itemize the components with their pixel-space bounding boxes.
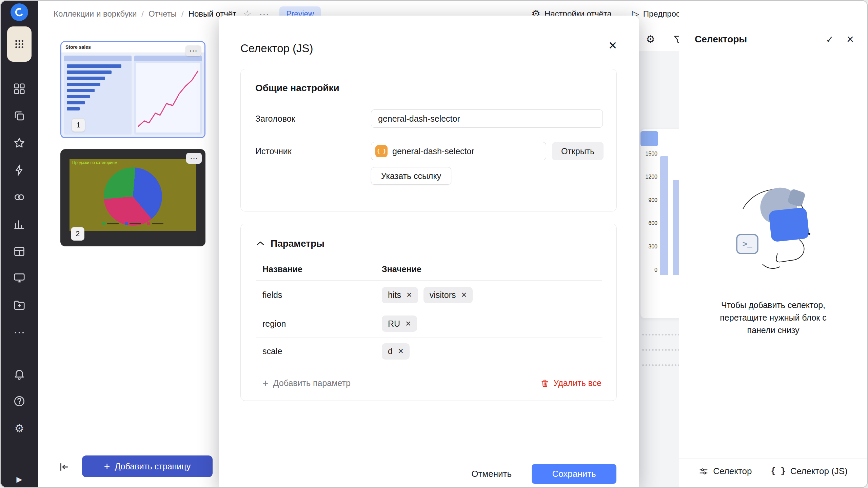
value-chip[interactable]: d ×	[382, 343, 410, 360]
page-number: 1	[76, 121, 80, 129]
breadcrumb-collections[interactable]: Коллекции и воркбуки	[54, 9, 137, 19]
sidebar-play-icon[interactable]: ▶	[17, 475, 22, 484]
value-chip[interactable]: hits ×	[382, 287, 418, 303]
axis-tick: 600	[643, 220, 657, 226]
selector-js-block[interactable]: { } Селектор (JS)	[771, 466, 847, 476]
breadcrumb: Коллекции и воркбуки / Отчеты / Новый от…	[54, 9, 236, 19]
chip-remove-icon[interactable]: ×	[461, 290, 467, 300]
breadcrumb-separator: /	[141, 9, 144, 19]
source-input[interactable]: { } general-dash-selector	[371, 142, 546, 160]
breadcrumb-reports[interactable]: Отчеты	[149, 9, 177, 19]
bar-icon	[673, 180, 679, 275]
sidebar-item-help[interactable]	[12, 394, 27, 409]
selectors-panel-title: Селекторы	[695, 34, 747, 45]
value-chip[interactable]: RU ×	[382, 316, 417, 332]
page-number: 2	[76, 229, 80, 238]
axis-tick: 300	[643, 244, 657, 250]
cancel-button[interactable]: Отменить	[459, 464, 524, 484]
app-switcher[interactable]	[7, 26, 32, 62]
sidebar-item-favorites[interactable]	[12, 136, 27, 150]
parameters-footer: + Добавить параметр Удалить все	[256, 365, 602, 401]
sidebar-item-relations[interactable]	[12, 190, 27, 205]
page-thumbnail-2[interactable]: Продажи по категориям ⋯ 2	[60, 149, 205, 246]
chip-label: visitors	[430, 290, 456, 300]
gear-icon: ⚙	[15, 423, 24, 434]
open-button[interactable]: Открыть	[552, 142, 604, 160]
apply-check-icon[interactable]: ✓	[826, 34, 834, 45]
datalens-logo[interactable]	[11, 3, 28, 21]
chip-remove-icon[interactable]: ×	[398, 347, 403, 356]
thumb1-menu-button[interactable]: ⋯	[185, 45, 201, 56]
delete-all-label: Удалить все	[553, 378, 601, 388]
axis-tick: 0	[643, 267, 657, 273]
ellipsis-icon: ⋯	[14, 326, 25, 338]
selector-js-dialog: Селектор (JS) × Общие настройки Заголово…	[219, 16, 639, 487]
thumb2-menu-button[interactable]: ⋯	[186, 153, 202, 164]
general-settings-heading: Общие настройки	[255, 83, 339, 94]
sidebar-item-connections[interactable]	[12, 163, 27, 178]
line-series-icon	[136, 63, 200, 133]
sidebar-item-dashboards[interactable]	[12, 81, 27, 96]
abstract-shapes-icon: >_	[723, 177, 824, 279]
chip-remove-icon[interactable]: ×	[407, 290, 412, 300]
sidebar-item-monitoring[interactable]	[12, 270, 27, 285]
sidebar-item-more[interactable]: ⋯	[12, 325, 27, 340]
sliders-icon	[699, 467, 708, 476]
selector-blocks-bar: Селектор { } Селектор (JS)	[679, 458, 867, 476]
param-values: RU ×	[382, 316, 417, 332]
thumb1-header: Store sales	[61, 42, 204, 53]
logo-swirl-icon	[14, 6, 25, 18]
star-icon	[13, 137, 26, 149]
drop-placeholder	[642, 349, 679, 351]
lightning-icon	[13, 164, 26, 177]
empty-state-hint: Чтобы добавить селектор, перетащите нужн…	[711, 299, 836, 337]
page-number-badge: 1	[72, 118, 85, 132]
chevron-up-icon[interactable]	[256, 241, 264, 246]
sidebar-item-files[interactable]	[12, 298, 27, 312]
selectors-panel: Селекторы ✓ × >_ Чтобы добавить селектор…	[679, 1, 867, 487]
collapse-panel-button[interactable]	[54, 458, 73, 476]
column-name: Название	[256, 264, 382, 274]
add-page-label: Добавить страницу	[115, 462, 191, 471]
squares-icon	[13, 82, 26, 95]
folder-plus-icon	[13, 299, 26, 311]
thumb1-bars	[64, 61, 132, 114]
chart-widget[interactable]: 1500 1200 900 600 300 0	[640, 129, 679, 319]
add-page-button[interactable]: + Добавить страницу	[82, 455, 213, 477]
sidebar-item-charts[interactable]	[12, 217, 27, 232]
funnel-icon[interactable]	[673, 34, 679, 45]
save-button[interactable]: Сохранить	[532, 464, 616, 484]
sidebar-item-datasets[interactable]	[12, 244, 27, 259]
thumb1-line-plot	[136, 63, 200, 133]
sidebar-item-settings[interactable]: ⚙	[12, 421, 27, 436]
title-input[interactable]	[371, 109, 603, 128]
copy-layers-icon	[13, 109, 26, 122]
param-name: region	[256, 319, 382, 329]
page-number-badge: 2	[71, 227, 84, 241]
sidebar-item-notifications[interactable]	[12, 367, 27, 382]
param-values: d ×	[382, 343, 410, 360]
selector-block[interactable]: Селектор	[699, 466, 752, 476]
value-chip[interactable]: visitors ×	[423, 287, 473, 303]
app-window: ⋯ ⚙ ▶ Коллекции и воркбуки / Отчеты / Но…	[0, 0, 868, 488]
page-thumbnail-1[interactable]: Store sales	[60, 41, 205, 138]
delete-all-button[interactable]: Удалить все	[540, 378, 602, 388]
thumb1-title: Store sales	[65, 44, 91, 50]
plus-icon: +	[104, 461, 110, 471]
plus-icon: +	[262, 378, 269, 388]
set-link-button[interactable]: Указать ссылку	[371, 167, 451, 185]
param-row-region: region RU ×	[256, 310, 602, 338]
close-icon[interactable]: ×	[605, 38, 620, 53]
chip-remove-icon[interactable]: ×	[406, 319, 411, 328]
dialog-footer: Отменить Сохранить	[219, 460, 639, 487]
thumb1-chart-header	[134, 56, 202, 61]
source-field-label: Источник	[255, 146, 292, 156]
close-icon[interactable]: ×	[847, 33, 854, 45]
param-row-fields: fields hits × visitors ×	[256, 280, 602, 310]
param-row-scale: scale d ×	[256, 338, 602, 365]
thumb2-pie-plot: Продажи по категориям	[70, 159, 196, 231]
linked-circles-icon	[13, 191, 26, 204]
gear-icon[interactable]: ⚙	[646, 33, 655, 45]
add-parameter-button[interactable]: + Добавить параметр	[256, 378, 351, 388]
sidebar-item-collections[interactable]	[12, 108, 27, 123]
